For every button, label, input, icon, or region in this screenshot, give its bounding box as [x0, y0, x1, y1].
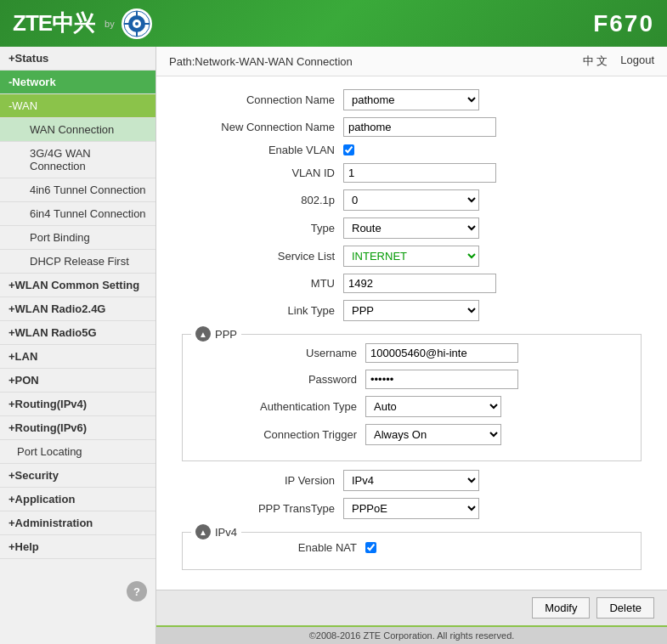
lang-link[interactable]: 中 文 [583, 54, 608, 69]
zte-logo: ZTE中兴 [13, 8, 94, 38]
password-label: Password [195, 373, 365, 386]
ppp-section: ▲ PPP Username Password Authentication T… [182, 334, 642, 461]
ipv4-section-label: ▲ IPv4 [191, 524, 241, 539]
sidebar-item-help[interactable]: +Help [0, 535, 155, 559]
vlan-id-input[interactable] [343, 163, 496, 183]
sidebar-item-security[interactable]: +Security [0, 464, 155, 488]
sidebar-item-pon[interactable]: +PON [0, 369, 155, 393]
connection-name-row: Connection Name pathome [173, 89, 650, 110]
mtu-label: MTU [173, 277, 343, 290]
new-connection-name-input[interactable] [343, 117, 496, 137]
sidebar-item-lan[interactable]: +LAN [0, 345, 155, 369]
conn-trigger-label: Connection Trigger [195, 428, 365, 441]
mtu-input[interactable] [343, 274, 496, 293]
path-text: Path:Network-WAN-WAN Connection [169, 55, 353, 68]
link-type-label: Link Type [173, 304, 343, 317]
sidebar-item-application[interactable]: +Application [0, 488, 155, 511]
modify-button[interactable]: Modify [532, 597, 590, 619]
password-input[interactable] [365, 370, 518, 389]
ppp-transtype-label: PPP TransType [173, 502, 343, 515]
dot1p-select[interactable]: 0123 [343, 189, 479, 211]
sidebar-item-wlan-radio24[interactable]: +WLAN Radio2.4G [0, 297, 155, 321]
logo-area: ZTE中兴 by [13, 8, 152, 39]
new-connection-name-label: New Connection Name [173, 121, 343, 133]
sidebar-item-dhcp-release[interactable]: DHCP Release First [0, 250, 155, 274]
sidebar-item-wlan-radio5[interactable]: +WLAN Radio5G [0, 321, 155, 345]
path-links: 中 文 Logout [583, 54, 654, 69]
sidebar-item-6in4[interactable]: 6in4 Tunnel Connection [0, 202, 155, 226]
connection-name-label: Connection Name [173, 93, 343, 106]
sidebar-item-4in6[interactable]: 4in6 Tunnel Connection [0, 178, 155, 202]
conn-trigger-row: Connection Trigger Always OnManualOn Dem… [195, 424, 628, 445]
type-row: Type RouteBridge [173, 217, 650, 239]
sidebar-item-routing-ipv6[interactable]: +Routing(IPv6) [0, 416, 155, 440]
link-type-select[interactable]: PPPIPoE [343, 300, 479, 321]
enable-nat-checkbox[interactable] [365, 542, 376, 553]
ipv4-section: ▲ IPv4 Enable NAT [182, 532, 642, 570]
username-input[interactable] [365, 343, 518, 363]
type-label: Type [173, 222, 343, 234]
enable-nat-label: Enable NAT [195, 541, 365, 554]
sidebar-item-status[interactable]: +Status [0, 47, 155, 71]
sidebar-item-wan[interactable]: -WAN [0, 94, 155, 118]
enable-vlan-row: Enable VLAN [173, 144, 650, 156]
vlan-id-row: VLAN ID [173, 163, 650, 183]
service-list-row: Service List INTERNETTR069OTHER [173, 246, 650, 267]
astra-logo [122, 8, 152, 39]
sidebar-item-port-binding[interactable]: Port Binding [0, 226, 155, 250]
dot1p-row: 802.1p 0123 [173, 189, 650, 211]
sidebar-item-3g4g[interactable]: 3G/4G WAN Connection [0, 142, 155, 178]
enable-nat-row: Enable NAT [195, 541, 628, 554]
sidebar-item-routing-ipv4[interactable]: +Routing(IPv4) [0, 393, 155, 416]
connection-name-select[interactable]: pathome [343, 89, 479, 110]
copyright-bar: ©2008-2016 ZTE Corporation. All rights r… [156, 625, 667, 644]
scrollable-content: Connection Name pathome New Connection N… [156, 76, 667, 590]
ppp-section-label: ▲ PPP [191, 326, 241, 342]
path-bar: Path:Network-WAN-WAN Connection 中 文 Logo… [156, 47, 667, 76]
logout-link[interactable]: Logout [620, 54, 654, 69]
username-label: Username [195, 347, 365, 359]
ppp-transtype-row: PPP TransType PPPoEPPPoA [173, 498, 650, 519]
ip-version-label: IP Version [173, 474, 343, 487]
delete-button[interactable]: Delete [596, 597, 654, 619]
ip-version-select[interactable]: IPv4IPv6IPv4&IPv6 [343, 470, 479, 491]
username-row: Username [195, 343, 628, 363]
model-name: F670 [593, 10, 654, 37]
ip-version-row: IP Version IPv4IPv6IPv4&IPv6 [173, 470, 650, 491]
service-list-label: Service List [173, 250, 343, 263]
ppp-collapse-btn[interactable]: ▲ [195, 326, 211, 342]
main-layout: +Status -Network -WAN WAN Connection 3G/… [0, 47, 667, 644]
help-button[interactable]: ? [127, 581, 147, 602]
by-text: by [105, 19, 115, 29]
sidebar-item-wlan-common[interactable]: +WLAN Common Setting [0, 274, 155, 297]
enable-vlan-label: Enable VLAN [173, 144, 343, 156]
auth-type-label: Authentication Type [195, 400, 365, 413]
link-type-row: Link Type PPPIPoE [173, 300, 650, 321]
password-row: Password [195, 370, 628, 389]
sidebar-item-administration[interactable]: +Administration [0, 511, 155, 535]
conn-trigger-select[interactable]: Always OnManualOn Demand [365, 424, 501, 445]
sidebar: +Status -Network -WAN WAN Connection 3G/… [0, 47, 156, 644]
copyright-text: ©2008-2016 ZTE Corporation. All rights r… [309, 630, 515, 641]
new-connection-name-row: New Connection Name [173, 117, 650, 137]
enable-vlan-checkbox[interactable] [343, 144, 354, 155]
action-bar: Modify Delete [156, 590, 667, 625]
service-list-select[interactable]: INTERNETTR069OTHER [343, 246, 479, 267]
form-area: Connection Name pathome New Connection N… [156, 76, 667, 590]
auth-type-select[interactable]: AutoPAPCHAP [365, 396, 501, 417]
svg-point-3 [135, 22, 138, 25]
header: ZTE中兴 by F670 [0, 0, 667, 47]
content-wrapper: Path:Network-WAN-WAN Connection 中 文 Logo… [156, 47, 667, 644]
type-select[interactable]: RouteBridge [343, 217, 479, 239]
ipv4-collapse-btn[interactable]: ▲ [195, 524, 211, 539]
vlan-id-label: VLAN ID [173, 167, 343, 179]
sidebar-item-network[interactable]: -Network [0, 71, 155, 94]
dot1p-label: 802.1p [173, 194, 343, 206]
sidebar-item-wan-connection[interactable]: WAN Connection [0, 118, 155, 142]
auth-type-row: Authentication Type AutoPAPCHAP [195, 396, 628, 417]
sidebar-item-port-locating[interactable]: Port Locating [0, 440, 155, 464]
ppp-transtype-select[interactable]: PPPoEPPPoA [343, 498, 479, 519]
mtu-row: MTU [173, 274, 650, 293]
